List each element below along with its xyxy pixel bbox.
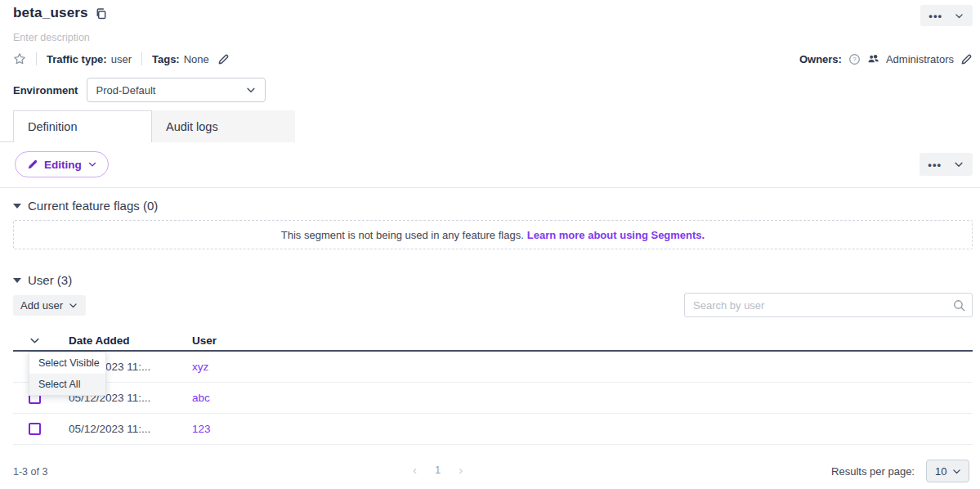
learn-more-link[interactable]: Learn more about using Segments. (527, 229, 705, 241)
definition-actions-box[interactable]: ••• (920, 153, 973, 176)
empty-state-text: This segment is not being used in any fe… (281, 229, 524, 241)
add-user-button[interactable]: Add user (13, 295, 86, 316)
environment-select[interactable]: Prod-Default (87, 78, 266, 102)
owners-label: Owners: (799, 53, 842, 65)
ellipsis-icon[interactable]: ••• (928, 159, 942, 170)
next-page-icon[interactable]: › (459, 464, 463, 476)
page-title: beta_users (13, 5, 88, 21)
user-link[interactable]: abc (192, 392, 210, 404)
tags-value: None (184, 53, 209, 65)
results-per-page-select[interactable]: 10 (926, 460, 969, 482)
result-count: 1-3 of 3 (13, 466, 47, 478)
menu-item-select-visible[interactable]: Select Visible (29, 352, 105, 374)
menu-item-select-all[interactable]: Select All (29, 374, 105, 395)
table-row: 05/12/2023 11:... xyz (13, 352, 973, 383)
segment-actions-box[interactable]: ••• (920, 5, 973, 26)
results-per-page-value: 10 (935, 465, 946, 478)
star-icon[interactable] (13, 52, 26, 65)
environment-row: Environment Prod-Default (13, 78, 973, 102)
table-footer: 1-3 of 3 ‹ 1 › Results per page: 10 (13, 455, 973, 488)
chevron-down-icon (245, 84, 257, 96)
pagination: ‹ 1 › (413, 464, 463, 476)
column-header-user: User (192, 334, 973, 347)
edit-tags-pencil-icon[interactable] (217, 53, 230, 65)
results-per-page-label: Results per page: (831, 465, 915, 478)
tab-definition[interactable]: Definition (13, 110, 152, 142)
search-icon[interactable] (952, 298, 966, 312)
chevron-down-icon (68, 300, 78, 311)
svg-text:?: ? (852, 56, 857, 63)
meta-row: Traffic type: user Tags: None Owners: ? … (13, 52, 973, 65)
select-dropdown-menu: Select Visible Select All (29, 352, 106, 396)
tags-label: Tags: (152, 53, 180, 65)
users-icon (867, 54, 879, 65)
feature-flags-section-title: Current feature flags (0) (28, 199, 158, 213)
user-link[interactable]: xyz (192, 361, 208, 373)
editing-label: Editing (44, 159, 82, 171)
divider (141, 52, 142, 65)
definition-toolbar: Editing ••• (0, 151, 980, 188)
environment-label: Environment (13, 84, 78, 96)
description-field[interactable]: Enter description (13, 32, 973, 43)
caret-down-icon (13, 204, 21, 209)
divider (36, 52, 37, 65)
chevron-down-icon (951, 466, 962, 477)
results-per-page: Results per page: 10 (831, 460, 969, 482)
users-table: Date Added User 05/12/2023 11:... xyz 05… (13, 330, 973, 445)
user-link[interactable]: 123 (192, 423, 211, 435)
tab-audit-logs[interactable]: Audit logs (152, 110, 295, 142)
table-row: 05/12/2023 11:... abc (13, 383, 973, 414)
row-checkbox[interactable] (29, 423, 41, 435)
add-user-label: Add user (20, 299, 63, 312)
select-dropdown-chevron-icon[interactable] (29, 334, 41, 347)
date-cell: 05/12/2023 11:... (69, 423, 192, 435)
user-section-title: User (3) (28, 273, 72, 287)
editing-button[interactable]: Editing (15, 151, 109, 177)
edit-owners-pencil-icon[interactable] (960, 53, 973, 65)
tags: Tags: None (152, 53, 209, 65)
copy-icon[interactable] (95, 7, 107, 20)
page-number[interactable]: 1 (435, 464, 441, 476)
segment-detail-page: beta_users ••• Enter description Traffic… (0, 0, 980, 489)
help-circle-icon[interactable]: ? (848, 53, 861, 65)
traffic-type: Traffic type: user (47, 53, 132, 65)
search-input[interactable] (684, 293, 973, 317)
column-header-date: Date Added (69, 334, 192, 347)
owners-value: Administrators (886, 53, 954, 65)
prev-page-icon[interactable]: ‹ (413, 464, 417, 476)
tab-bar: Definition Audit logs (0, 110, 973, 142)
pencil-icon (27, 159, 38, 170)
table-header-row: Date Added User (13, 330, 973, 352)
feature-flags-empty-state: This segment is not being used in any fe… (13, 220, 973, 249)
environment-value: Prod-Default (96, 84, 155, 96)
user-section-header[interactable]: User (3) (13, 273, 973, 287)
feature-flags-section-header[interactable]: Current feature flags (0) (13, 199, 973, 213)
table-row: 05/12/2023 11:... 123 (13, 414, 973, 445)
traffic-type-label: Traffic type: (47, 53, 107, 65)
ellipsis-icon[interactable]: ••• (929, 11, 942, 21)
owners-group: Owners: ? Administrators (799, 53, 973, 65)
title-row: beta_users ••• (13, 5, 973, 26)
traffic-type-value: user (111, 53, 132, 65)
chevron-down-icon[interactable] (954, 11, 964, 21)
chevron-down-icon (87, 159, 97, 169)
chevron-down-icon[interactable] (953, 159, 964, 170)
user-controls-row: Add user (13, 293, 973, 317)
caret-down-icon (13, 278, 21, 283)
